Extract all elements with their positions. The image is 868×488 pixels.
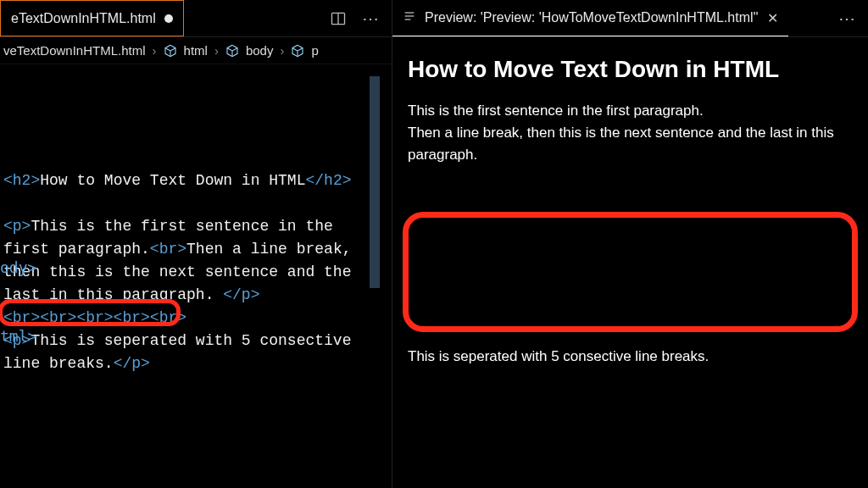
preview-heading: How to Move Text Down in HTML bbox=[408, 56, 853, 83]
preview-tab-actions bbox=[837, 9, 868, 28]
closing-tags: ody> tml> bbox=[0, 210, 55, 393]
breadcrumb-file: veTextDownInHTML.html bbox=[3, 43, 146, 58]
preview-tab[interactable]: Preview: 'Preview: 'HowToMoveTextDownInH… bbox=[392, 0, 788, 36]
chevron-right-icon: › bbox=[153, 43, 157, 58]
unsaved-dot-icon bbox=[164, 14, 173, 23]
indent-guide bbox=[370, 76, 380, 288]
preview-viewport: How to Move Text Down in HTML This is th… bbox=[392, 37, 868, 488]
editor-tab-actions bbox=[329, 9, 392, 28]
preview-tabbar: Preview: 'Preview: 'HowToMoveTextDownInH… bbox=[392, 0, 868, 37]
preview-file-icon bbox=[403, 9, 416, 26]
close-icon[interactable]: ✕ bbox=[767, 10, 778, 26]
chevron-right-icon: › bbox=[214, 43, 219, 58]
code-content: <h2>How to Move Text Down in HTML</h2> <… bbox=[0, 147, 392, 375]
breadcrumb-html: html bbox=[184, 43, 208, 58]
editor-pane: eTextDownInHTML.html veTextDownInHTML.ht… bbox=[0, 0, 392, 488]
breadcrumb-p: p bbox=[311, 43, 318, 58]
editor-tab[interactable]: eTextDownInHTML.html bbox=[0, 0, 184, 36]
code-editor[interactable]: <h2>How to Move Text Down in HTML</h2> <… bbox=[0, 64, 392, 488]
more-actions-icon[interactable] bbox=[837, 9, 856, 28]
more-actions-icon[interactable] bbox=[361, 9, 380, 28]
split-editor-icon[interactable] bbox=[329, 9, 348, 28]
cube-icon bbox=[225, 44, 239, 58]
breadcrumb[interactable]: veTextDownInHTML.html › html › body › p bbox=[0, 37, 392, 64]
annotation-highlight-right bbox=[403, 212, 858, 332]
cube-icon bbox=[291, 44, 304, 58]
editor-tabbar: eTextDownInHTML.html bbox=[0, 0, 392, 37]
chevron-right-icon: › bbox=[280, 43, 284, 58]
preview-tab-label: Preview: 'Preview: 'HowToMoveTextDownInH… bbox=[425, 10, 759, 25]
breadcrumb-body: body bbox=[246, 43, 274, 58]
preview-pane: Preview: 'Preview: 'HowToMoveTextDownInH… bbox=[392, 0, 868, 488]
preview-paragraph-2: This is seperated with 5 consective line… bbox=[408, 346, 709, 368]
editor-tab-label: eTextDownInHTML.html bbox=[11, 11, 156, 26]
cube-icon bbox=[164, 44, 177, 58]
preview-paragraph-1: This is the first sentence in the first … bbox=[408, 100, 853, 166]
